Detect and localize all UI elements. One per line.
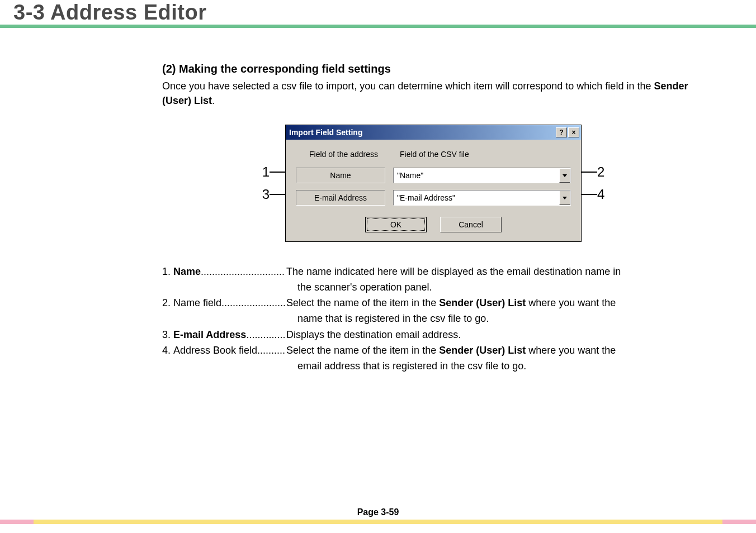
callout-3: 3 (247, 187, 270, 202)
callout-4: 4 (597, 187, 620, 202)
legend-num: 4. (162, 343, 173, 358)
legend-desc: Select the name of the item in the Sende… (286, 296, 705, 310)
page-number: Page 3-59 (0, 506, 756, 520)
page-footer: Page 3-59 (0, 506, 756, 524)
callout-line-1 (270, 172, 285, 173)
email-address-combobox[interactable]: "E-mail Address" (393, 190, 571, 206)
legend-dots: .............. (246, 327, 285, 342)
callout-1: 1 (247, 164, 270, 180)
footer-accent-left (0, 520, 34, 524)
intro-text-1: Once you have selected a csv file to imp… (162, 80, 654, 92)
legend-key-email: E-mail Address (173, 327, 246, 342)
legend-key-namefield: Name field (173, 296, 221, 310)
section-intro: Once you have selected a csv file to imp… (162, 79, 705, 108)
cancel-button[interactable]: Cancel (440, 217, 502, 232)
name-combobox-value: "Name" (394, 168, 559, 183)
legend-key-addressbook: Address Book field (173, 343, 257, 358)
help-icon[interactable]: ? (556, 127, 567, 137)
legend-desc: Displays the destination email address. (286, 327, 705, 342)
email-address-label: E-mail Address (296, 190, 385, 206)
chevron-down-icon[interactable] (559, 168, 570, 183)
legend-dots: ....................... (221, 296, 286, 310)
left-callouts: 1 3 (247, 164, 285, 202)
right-callouts: 2 4 (582, 164, 620, 202)
column-header-csv: Field of the CSV file (396, 150, 571, 159)
dialog-figure: 1 3 Import Field Setting ? × (162, 125, 705, 242)
page-title: 3-3 Address Editor (13, 1, 206, 25)
legend-desc: Select the name of the item in the Sende… (286, 343, 705, 358)
footer-accent-right (722, 520, 756, 524)
dialog-titlebar: Import Field Setting ? × (286, 125, 581, 140)
callout-line-3 (270, 194, 285, 195)
legend-num: 1. (162, 264, 173, 279)
import-field-setting-dialog: Import Field Setting ? × Field of the ad… (285, 125, 582, 242)
name-combobox[interactable]: "Name" (393, 168, 571, 183)
legend-num: 2. (162, 296, 173, 310)
chevron-down-icon[interactable] (559, 191, 570, 205)
legend-key-name: Name (173, 264, 201, 279)
legend-desc: The name indicated here will be displaye… (286, 264, 705, 279)
callout-2: 2 (597, 164, 620, 180)
legend-dots: .......... (257, 343, 285, 358)
content-area: (2) Making the corresponding field setti… (0, 29, 727, 373)
ok-button[interactable]: OK (365, 217, 427, 232)
legend-list: 1. Name .............................. T… (162, 264, 705, 373)
callout-line-2 (582, 172, 597, 173)
callout-line-4 (582, 194, 597, 195)
close-icon[interactable]: × (568, 127, 579, 137)
name-label: Name (296, 168, 385, 183)
email-address-combobox-value: "E-mail Address" (394, 191, 559, 205)
legend-cont: the scanner's operation panel. (162, 280, 705, 294)
footer-accent-mid (34, 520, 722, 524)
legend-cont: email address that is registered in the … (162, 359, 705, 373)
section-subheading: (2) Making the corresponding field setti… (162, 63, 705, 75)
page-header: 3-3 Address Editor (0, 0, 756, 28)
column-header-address: Field of the address (296, 150, 396, 159)
dialog-title: Import Field Setting (289, 128, 362, 137)
legend-cont: name that is registered in the csv file … (162, 311, 705, 326)
legend-num: 3. (162, 327, 173, 342)
legend-dots: .............................. (201, 264, 285, 279)
intro-text-2: . (212, 95, 215, 106)
